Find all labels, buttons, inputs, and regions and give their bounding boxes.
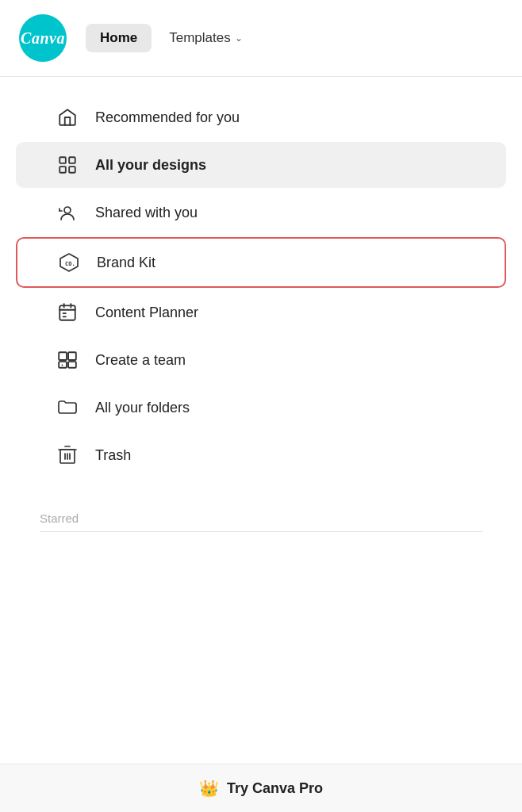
svg-rect-2 [59,167,66,173]
sidebar-item-label-all-designs: All your designs [95,157,206,174]
svg-rect-1 [69,157,75,163]
svg-rect-3 [69,167,75,173]
sidebar-item-label-brand-kit: Brand Kit [97,255,155,271]
svg-rect-18 [68,362,76,368]
sidebar-item-label-content-planner: Content Planner [95,304,198,321]
starred-section-label: Starred [0,496,522,531]
sidebar-item-brand-kit[interactable]: CO. Brand Kit [16,237,506,288]
content-planner-icon [56,302,79,323]
home-nav-button[interactable]: Home [86,24,152,52]
sidebar-item-content-planner[interactable]: Content Planner [16,289,506,335]
sidebar-item-shared[interactable]: Shared with you [16,190,506,236]
sidebar-item-label-create-team: Create a team [95,352,186,369]
chevron-down-icon: ⌄ [235,33,243,44]
home-icon [56,107,79,128]
sidebar-item-folders[interactable]: All your folders [16,385,506,431]
sidebar-item-create-team[interactable]: Create a team [16,337,506,383]
create-team-icon [56,350,79,370]
sidebar-item-recommended[interactable]: Recommended for you [16,94,506,140]
try-pro-label: Try Canva Pro [227,780,323,797]
svg-point-4 [64,207,71,213]
brand-kit-icon: CO. [57,251,81,274]
svg-text:CO.: CO. [65,261,75,267]
sidebar-item-label-trash: Trash [95,447,131,464]
svg-rect-16 [68,352,76,360]
sidebar-item-trash[interactable]: Trash [16,432,506,478]
templates-nav-button[interactable]: Templates ⌄ [158,24,253,52]
try-canva-pro-bar[interactable]: 👑 Try Canva Pro [0,764,522,812]
svg-rect-9 [59,305,75,320]
all-designs-icon [56,155,79,175]
crown-icon: 👑 [199,779,219,798]
folders-icon [56,397,79,418]
shared-icon [56,202,79,223]
sidebar-item-label-shared: Shared with you [95,205,198,221]
trash-icon [56,445,79,465]
sidebar-item-label-recommended: Recommended for you [95,109,240,126]
starred-divider [40,531,482,532]
svg-rect-0 [59,157,66,163]
sidebar-item-all-designs[interactable]: All your designs [16,142,506,188]
header: Canva Home Templates ⌄ [0,0,522,77]
sidebar-item-label-folders: All your folders [95,400,190,416]
logo-text: Canva [21,29,65,48]
sidebar-nav: Recommended for you All your designs Sha… [0,77,522,496]
canva-logo[interactable]: Canva [19,14,67,62]
templates-label: Templates [169,30,230,46]
svg-rect-15 [59,352,67,360]
